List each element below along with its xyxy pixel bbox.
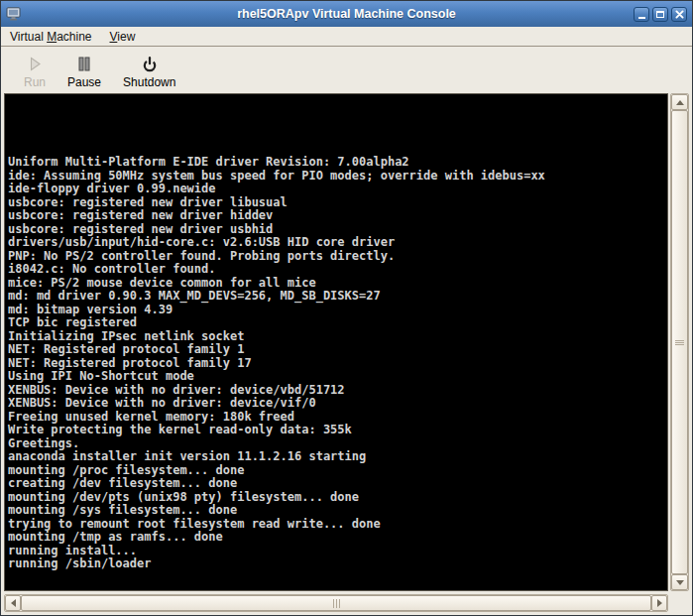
horizontal-scrollbar-thumb[interactable] [21, 595, 651, 611]
menu-label-part: Virtual [10, 30, 47, 44]
vm-console-window: rhel5ORApv Virtual Machine Console Virtu… [0, 0, 693, 616]
scrollbar-grip-icon [675, 339, 684, 346]
play-icon [29, 56, 42, 72]
vertical-scrollbar-thumb[interactable] [671, 110, 688, 574]
shutdown-button[interactable]: Shutdown [114, 50, 184, 91]
titlebar: rhel5ORApv Virtual Machine Console [1, 1, 692, 27]
toolbar: Run Pause Shutdown [1, 47, 692, 93]
console-area: Uniform Multi-Platform E-IDE driver Revi… [1, 93, 692, 615]
window-icon [6, 7, 22, 22]
console-output: Uniform Multi-Platform E-IDE driver Revi… [5, 94, 667, 571]
run-button-label: Run [24, 75, 46, 89]
menu-label-part: achine [57, 30, 91, 44]
power-icon [142, 56, 158, 72]
console[interactable]: Uniform Multi-Platform E-IDE driver Revi… [4, 93, 668, 591]
scroll-left-button[interactable] [5, 595, 21, 611]
window-title: rhel5ORApv Virtual Machine Console [1, 7, 692, 21]
horizontal-scrollbar[interactable] [4, 594, 668, 612]
shutdown-button-label: Shutdown [123, 75, 175, 89]
close-icon [675, 10, 684, 19]
scroll-right-button[interactable] [651, 595, 667, 611]
menu-label-part: iew [117, 30, 135, 44]
menubar: Virtual Machine View [1, 27, 692, 47]
menu-item-virtual-machine[interactable]: Virtual Machine [10, 30, 92, 44]
run-button[interactable]: Run [15, 50, 55, 91]
scrollbar-grip-icon [332, 599, 341, 608]
arrow-down-icon [676, 580, 684, 585]
pause-button[interactable]: Pause [58, 50, 110, 91]
maximize-button[interactable] [652, 7, 668, 22]
minimize-button[interactable] [634, 7, 649, 22]
arrow-left-icon [11, 599, 16, 607]
minimize-icon [638, 17, 645, 19]
arrow-right-icon [657, 599, 662, 607]
menu-item-view[interactable]: View [110, 30, 136, 44]
vertical-scrollbar[interactable] [670, 93, 689, 591]
pause-button-label: Pause [67, 75, 101, 89]
arrow-up-icon [676, 100, 684, 105]
maximize-icon [656, 11, 664, 18]
close-button[interactable] [671, 7, 687, 22]
scroll-up-button[interactable] [671, 94, 688, 110]
pause-icon [78, 56, 90, 72]
scroll-down-button[interactable] [671, 574, 688, 590]
menu-label-mnemonic: M [47, 30, 57, 44]
window-controls [634, 7, 687, 22]
